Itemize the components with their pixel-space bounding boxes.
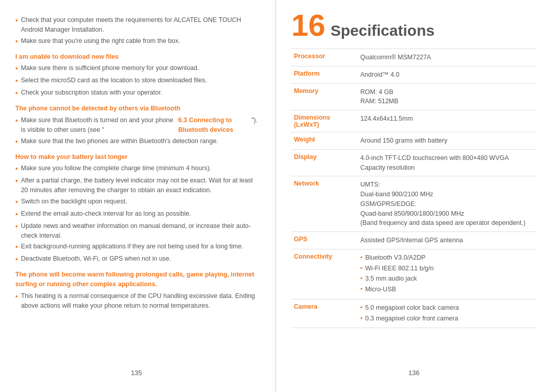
list-item: Make sure you follow the complete charge…: [15, 164, 258, 174]
spec-row-weight: Weight Around 150 grams with battery: [291, 132, 537, 150]
spec-value-display: 4.0-inch TFT-LCD touchscreen with 800×48…: [358, 149, 537, 176]
download-section: I am unable to download new files Make s…: [15, 52, 258, 99]
spec-value-weight: Around 150 grams with battery: [358, 132, 537, 150]
right-content: 16 Specifications Processor Qualcomm® MS…: [291, 10, 537, 328]
list-item: 3.5 mm audio jack: [360, 274, 534, 284]
spec-value-gps: Assisted GPS/Internal GPS antenna: [358, 232, 537, 249]
initial-bullets: Check that your computer meets the requi…: [15, 15, 258, 47]
spec-label-display: Display: [291, 149, 358, 176]
spec-value-processor: Qualcomm® MSM7227A: [358, 49, 537, 66]
list-item: Deactivate Bluetooth, Wi-Fi, or GPS when…: [15, 254, 258, 265]
spec-value-network: UMTS: Dual-band 900/2100 MHz GSM/GPRS/ED…: [358, 176, 537, 232]
spec-label-memory: Memory: [291, 83, 358, 110]
chapter-number: 16: [291, 10, 326, 41]
list-item: This heating is a normal consequence of …: [15, 291, 258, 311]
spec-value-dimensions: 124.4x64x11.5mm: [358, 110, 537, 132]
list-item: Make sure there is sufficient phone memo…: [15, 63, 258, 74]
list-item: Make sure that you're using the right ca…: [15, 36, 258, 47]
spec-value-camera: 5.0 megapixel color back camera 0.3 mega…: [358, 299, 537, 328]
spec-row-gps: GPS Assisted GPS/Internal GPS antenna: [291, 232, 537, 249]
section-heading: The phone cannot be detected by others v…: [15, 104, 258, 113]
list-item: Select the microSD card as the location …: [15, 76, 258, 86]
spec-row-camera: Camera 5.0 megapixel color back camera 0…: [291, 299, 537, 328]
list-item: After a partial charge, the battery leve…: [15, 176, 258, 195]
spec-row-processor: Processor Qualcomm® MSM7227A: [291, 49, 537, 66]
page-number-left: 135: [15, 369, 258, 377]
list-item: Make sure that Bluetooth is turned on an…: [15, 116, 258, 135]
section-heading: I am unable to download new files: [15, 52, 258, 62]
spec-row-dimensions: Dimensions(LxWxT) 124.4x64x11.5mm: [291, 110, 537, 132]
spec-label-network: Network: [291, 176, 358, 232]
bluetooth-section: The phone cannot be detected by others v…: [15, 104, 258, 147]
list-item: Check your subscription status with your…: [15, 88, 258, 99]
list-item: Update news and weather information on m…: [15, 221, 258, 241]
spec-row-display: Display 4.0-inch TFT-LCD touchscreen wit…: [291, 149, 537, 176]
spec-row-memory: Memory ROM: 4 GBRAM: 512MB: [291, 83, 537, 110]
page-number-right: 136: [291, 369, 537, 377]
left-content: Check that your computer meets the requi…: [15, 15, 258, 369]
list-item: Wi-Fi IEEE 802.11 b/g/n: [360, 264, 534, 273]
spec-row-platform: Platform Android™ 4.0: [291, 66, 537, 83]
list-item: Exit background-running applications if …: [15, 242, 258, 252]
chapter-header: 16 Specifications: [291, 10, 537, 41]
spec-label-gps: GPS: [291, 232, 358, 249]
list-item: 5.0 megapixel color back camera: [360, 303, 534, 313]
spec-row-network: Network UMTS: Dual-band 900/2100 MHz GSM…: [291, 176, 537, 232]
spec-label-platform: Platform: [291, 66, 358, 83]
spec-label-weight: Weight: [291, 132, 358, 150]
warning-text: The phone will become warm following pro…: [15, 270, 258, 289]
spec-value-connectivity: Bluetooth V3.0/A2DP Wi-Fi IEEE 802.11 b/…: [358, 249, 537, 299]
list-item: Bluetooth V3.0/A2DP: [360, 253, 534, 263]
spec-value-platform: Android™ 4.0: [358, 66, 537, 83]
section-heading: How to make your battery last longer: [15, 152, 258, 162]
spec-value-memory: ROM: 4 GBRAM: 512MB: [358, 83, 537, 110]
spec-label-processor: Processor: [291, 49, 358, 66]
list-item: Make sure that the two phones are within…: [15, 136, 258, 147]
spec-label-camera: Camera: [291, 299, 358, 328]
list-item: Extend the email auto-check interval for…: [15, 209, 258, 220]
spec-label-dimensions: Dimensions(LxWxT): [291, 110, 358, 132]
list-item: 0.3 megapixel color front camera: [360, 314, 534, 324]
spec-row-connectivity: Connectivity Bluetooth V3.0/A2DP Wi-Fi I…: [291, 249, 537, 299]
battery-section: How to make your battery last longer Mak…: [15, 152, 258, 265]
warming-warning: The phone will become warm following pro…: [15, 270, 258, 310]
left-page: Check that your computer meets the requi…: [0, 0, 276, 392]
chapter-title: Specifications: [331, 22, 434, 39]
list-item: Switch on the backlight upon request.: [15, 197, 258, 207]
list-item: Micro-USB: [360, 285, 534, 294]
spec-table: Processor Qualcomm® MSM7227A Platform An…: [291, 49, 537, 328]
right-page: 16 Specifications Processor Qualcomm® MS…: [276, 0, 552, 392]
spec-label-connectivity: Connectivity: [291, 249, 358, 299]
list-item: Check that your computer meets the requi…: [15, 15, 258, 35]
